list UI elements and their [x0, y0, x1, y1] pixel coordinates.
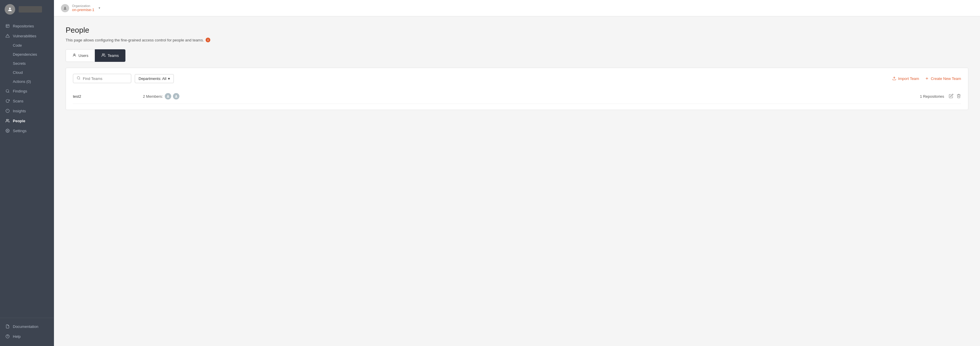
edit-team-icon[interactable] — [949, 94, 953, 99]
team-row-actions — [949, 94, 961, 99]
svg-point-16 — [74, 54, 75, 55]
import-team-label: Import Team — [898, 77, 919, 81]
info-icon: i — [205, 38, 210, 42]
sidebar-item-dependencies[interactable]: Dependencies — [0, 50, 54, 59]
delete-team-icon[interactable] — [956, 94, 961, 99]
sidebar-bottom: Documentation Help — [0, 318, 54, 346]
repo-icon — [5, 24, 10, 28]
sidebar-item-actions[interactable]: Actions (0) — [0, 77, 54, 86]
sidebar-item-settings-label: Settings — [13, 129, 27, 133]
sidebar-item-secrets-label: Secrets — [13, 61, 25, 65]
avatar — [5, 4, 15, 14]
page-content: People This page allows configuring the … — [54, 16, 980, 346]
sidebar-item-findings[interactable]: Findings — [0, 86, 54, 96]
tab-teams[interactable]: Teams — [95, 49, 126, 62]
insights-icon — [5, 108, 10, 113]
sidebar-item-people[interactable]: People — [0, 116, 54, 126]
svg-point-17 — [102, 54, 104, 55]
help-icon — [5, 334, 10, 339]
tabs: Users Teams — [65, 49, 968, 62]
team-name: test2 — [73, 94, 143, 99]
findings-icon — [5, 89, 10, 93]
member-avatar-1 — [165, 93, 171, 99]
svg-point-12 — [7, 130, 8, 131]
sidebar-item-actions-label: Actions (0) — [13, 79, 31, 84]
svg-line-7 — [8, 92, 10, 93]
svg-point-23 — [167, 95, 169, 96]
dept-label: Departments: All — [138, 77, 166, 81]
search-icon — [77, 76, 81, 81]
svg-rect-1 — [6, 24, 10, 28]
create-team-label: Create New Team — [931, 77, 961, 81]
sidebar-item-help-label: Help — [13, 334, 21, 339]
sidebar-item-insights-label: Insights — [13, 109, 26, 113]
people-icon — [5, 118, 10, 123]
sidebar-item-cloud[interactable]: Cloud — [0, 68, 54, 77]
dept-chevron-icon: ▾ — [168, 77, 170, 81]
member-avatar-2 — [173, 93, 180, 99]
settings-icon — [5, 128, 10, 133]
warning-icon — [5, 33, 10, 38]
main-content: Organization on-premise-1 ▾ People This … — [54, 0, 980, 346]
sidebar-item-insights[interactable]: Insights — [0, 106, 54, 116]
tab-users-label: Users — [78, 53, 88, 58]
docs-icon — [5, 324, 10, 329]
sidebar-item-secrets[interactable]: Secrets — [0, 59, 54, 68]
sidebar-item-settings[interactable]: Settings — [0, 126, 54, 136]
actions-right: Import Team Create New Team — [892, 77, 961, 81]
teams-panel: Departments: All ▾ Import Team Create Ne… — [65, 68, 968, 110]
sidebar: Repositories Vulnerabilities Code Depend… — [0, 0, 54, 346]
svg-point-0 — [9, 8, 11, 10]
topbar: Organization on-premise-1 ▾ — [54, 0, 980, 16]
sidebar-item-cloud-label: Cloud — [13, 70, 23, 75]
sidebar-item-code-label: Code — [13, 43, 22, 48]
org-icon — [61, 4, 69, 12]
search-input[interactable] — [83, 77, 127, 81]
table-row: test2 2 Members: 1 Repositories — [73, 89, 961, 104]
org-name: on-premise-1 — [72, 8, 94, 12]
svg-point-15 — [64, 7, 66, 8]
create-team-button[interactable]: Create New Team — [925, 77, 961, 81]
team-members-count: 2 Members: — [143, 94, 163, 99]
logo — [19, 6, 42, 13]
sidebar-item-vulnerabilities[interactable]: Vulnerabilities — [0, 31, 54, 41]
svg-point-6 — [6, 89, 9, 92]
sidebar-item-people-label: People — [13, 119, 25, 123]
teams-toolbar: Departments: All ▾ Import Team Create Ne… — [73, 74, 961, 83]
svg-point-11 — [6, 119, 8, 121]
team-members: 2 Members: — [143, 93, 902, 99]
svg-point-18 — [77, 77, 80, 79]
chevron-down-icon: ▾ — [99, 6, 100, 10]
org-selector[interactable]: Organization on-premise-1 ▾ — [61, 4, 100, 12]
sidebar-item-documentation[interactable]: Documentation — [0, 322, 54, 332]
sidebar-item-code[interactable]: Code — [0, 41, 54, 50]
sidebar-item-scans[interactable]: Scans — [0, 96, 54, 106]
sidebar-nav: Repositories Vulnerabilities Code Depend… — [0, 19, 54, 318]
sidebar-item-scans-label: Scans — [13, 99, 23, 103]
search-box[interactable] — [73, 74, 131, 83]
org-info: Organization on-premise-1 — [72, 4, 94, 12]
org-label: Organization — [72, 4, 94, 8]
sidebar-item-repositories-label: Repositories — [13, 24, 34, 28]
sidebar-item-repositories[interactable]: Repositories — [0, 21, 54, 31]
page-description: This page allows configuring the fine-gr… — [65, 38, 968, 42]
teams-tab-icon — [102, 53, 106, 58]
sidebar-item-findings-label: Findings — [13, 89, 27, 93]
dept-selector[interactable]: Departments: All ▾ — [135, 74, 174, 83]
sidebar-item-documentation-label: Documentation — [13, 324, 38, 329]
page-title: People — [65, 26, 968, 35]
sidebar-item-dependencies-label: Dependencies — [13, 52, 37, 57]
tab-teams-label: Teams — [108, 53, 119, 58]
sidebar-item-help[interactable]: Help — [0, 332, 54, 341]
svg-line-19 — [80, 79, 80, 79]
team-repos-count: 1 Repositories — [902, 94, 949, 99]
svg-point-24 — [176, 95, 177, 96]
tab-users[interactable]: Users — [65, 49, 95, 62]
users-tab-icon — [72, 53, 76, 58]
import-team-button[interactable]: Import Team — [892, 77, 919, 81]
sidebar-item-vulnerabilities-label: Vulnerabilities — [13, 34, 36, 38]
sidebar-header — [0, 0, 54, 19]
scans-icon — [5, 99, 10, 103]
